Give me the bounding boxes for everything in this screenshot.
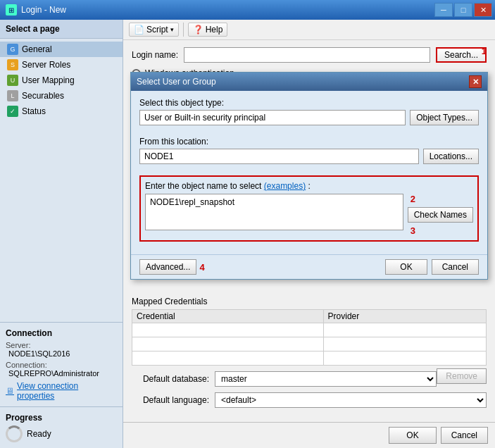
default-database-row: Default database: master xyxy=(132,371,437,387)
view-props-label: View connection properties xyxy=(17,381,117,401)
sidebar-item-label-securables: Securables xyxy=(22,91,64,101)
dialog-body: Select this object type: Object Types...… xyxy=(131,91,487,254)
credential-column-header: Credential xyxy=(132,310,324,323)
default-language-select[interactable]: <default> xyxy=(215,392,487,408)
bottom-bar: OK Cancel xyxy=(123,422,495,448)
server-value: NODE1\SQL2016 xyxy=(8,349,117,358)
script-icon: 📄 xyxy=(134,25,144,35)
object-type-input[interactable] xyxy=(139,110,406,125)
location-row: Locations... xyxy=(139,149,479,164)
toolbar: 📄 Script ▾ ❓ Help xyxy=(123,20,495,40)
main-container: Select a page G General S Server Roles U… xyxy=(0,20,495,448)
app-icon: ⊞ xyxy=(6,4,17,15)
connection-section: Connection Server: NODE1\SQL2016 Connect… xyxy=(0,322,123,406)
sidebar-item-general[interactable]: G General xyxy=(0,42,123,57)
default-language-label: Default language: xyxy=(132,395,209,405)
sidebar-item-label-server-roles: Server Roles xyxy=(22,60,70,70)
select-user-dialog: Select User or Group ✕ Select this objec… xyxy=(130,72,488,280)
page-items: G General S Server Roles U User Mapping … xyxy=(0,39,123,122)
object-type-label: Select this object type: xyxy=(139,98,479,108)
progress-status: Ready xyxy=(27,429,51,439)
badge-3: 3 xyxy=(411,225,415,236)
server-label: Server: xyxy=(6,341,117,349)
status-icon: ✓ xyxy=(7,106,18,117)
cancel-button[interactable]: Cancel xyxy=(441,427,488,444)
maximize-button[interactable]: □ xyxy=(454,3,472,17)
badge-4: 4 xyxy=(199,262,204,273)
dialog-footer-right: OK Cancel xyxy=(385,259,479,275)
mapped-credentials-table: Credential Provider xyxy=(132,309,487,366)
object-type-row: Object Types... xyxy=(139,110,479,125)
login-name-input[interactable] xyxy=(184,47,430,63)
help-label: Help xyxy=(206,25,223,35)
default-language-row: Default language: <default> xyxy=(132,392,487,408)
badge-1: 1 xyxy=(482,46,487,56)
sidebar-item-securables[interactable]: L Securables xyxy=(0,88,123,104)
connection-label: Connection: xyxy=(6,361,117,369)
dialog-footer: Advanced... 4 OK Cancel xyxy=(131,254,487,279)
check-names-button[interactable]: Check Names xyxy=(408,207,473,223)
progress-spinner xyxy=(6,425,23,442)
progress-ready: Ready xyxy=(6,425,117,442)
mapped-credentials-header: Mapped Credentials xyxy=(132,297,487,306)
minimize-button[interactable]: ─ xyxy=(434,3,453,17)
script-dropdown-arrow: ▾ xyxy=(170,26,174,33)
sidebar-item-user-mapping[interactable]: U User Mapping xyxy=(0,73,123,88)
login-name-label: Login name: xyxy=(132,50,178,60)
script-button[interactable]: 📄 Script ▾ xyxy=(129,23,179,37)
search-button[interactable]: Search... xyxy=(436,47,487,63)
user-mapping-icon: U xyxy=(7,75,18,86)
toolbar-divider xyxy=(183,23,184,37)
sidebar-item-status[interactable]: ✓ Status xyxy=(0,104,123,119)
object-name-section: Enter the object name to select (example… xyxy=(139,175,479,242)
sidebar-item-label-user-mapping: User Mapping xyxy=(22,75,75,85)
help-icon: ❓ xyxy=(193,25,203,35)
connection-header: Connection xyxy=(6,328,117,338)
progress-header: Progress xyxy=(6,413,117,423)
right-panel: 📄 Script ▾ ❓ Help Login name: Search... xyxy=(123,20,495,448)
object-name-label: Enter the object name to select (example… xyxy=(145,181,473,191)
default-database-select[interactable]: master xyxy=(215,371,437,387)
close-button[interactable]: ✕ xyxy=(474,3,492,17)
table-row xyxy=(132,323,487,337)
dialog-title: Select User or Group xyxy=(137,77,216,87)
mapped-credentials-section: Mapped Credentials Credential Provider xyxy=(132,297,487,366)
default-database-label: Default database: xyxy=(132,374,209,384)
advanced-button[interactable]: Advanced... xyxy=(139,259,196,275)
window-controls: ─ □ ✕ xyxy=(434,3,492,17)
dialog-titlebar: Select User or Group ✕ xyxy=(131,73,487,91)
select-page-header: Select a page xyxy=(0,20,123,39)
left-panel: Select a page G General S Server Roles U… xyxy=(0,20,123,448)
sidebar-item-label-status: Status xyxy=(22,106,46,116)
object-types-button[interactable]: Object Types... xyxy=(410,110,479,125)
login-name-row: Login name: Search... xyxy=(132,47,487,63)
sidebar-item-server-roles[interactable]: S Server Roles xyxy=(0,57,123,73)
examples-link[interactable]: (examples) xyxy=(264,181,306,191)
locations-button[interactable]: Locations... xyxy=(423,149,479,164)
view-connection-properties-link[interactable]: 🖥 View connection properties xyxy=(6,381,117,401)
content-area: Login name: Search... Windows authentica… xyxy=(123,40,495,422)
dialog-ok-button[interactable]: OK xyxy=(385,259,427,275)
badge-2: 2 xyxy=(411,194,415,204)
sidebar-item-label-general: General xyxy=(22,44,52,54)
connection-value: SQLREPRO\Administrator xyxy=(8,369,117,378)
server-roles-icon: S xyxy=(7,59,18,70)
securables-icon: L xyxy=(7,90,18,101)
provider-column-header: Provider xyxy=(323,310,486,323)
ok-button[interactable]: OK xyxy=(389,427,436,444)
progress-section: Progress Ready xyxy=(0,406,123,448)
window-title: Login - New xyxy=(21,5,66,15)
remove-button[interactable]: Remove xyxy=(437,368,487,384)
object-name-row: NODE1\repl_snapshot 2 Check Names 3 xyxy=(145,194,473,236)
location-label: From this location: xyxy=(139,137,479,147)
general-icon: G xyxy=(7,44,18,55)
dialog-close-button[interactable]: ✕ xyxy=(469,75,482,88)
script-label: Script xyxy=(146,25,168,35)
help-button[interactable]: ❓ Help xyxy=(188,23,228,37)
table-row xyxy=(132,337,487,351)
object-name-input[interactable]: NODE1\repl_snapshot xyxy=(145,194,403,230)
table-row xyxy=(132,351,487,366)
location-input[interactable] xyxy=(139,149,419,164)
dialog-cancel-button[interactable]: Cancel xyxy=(432,259,479,275)
title-bar: ⊞ Login - New ─ □ ✕ xyxy=(0,0,495,20)
